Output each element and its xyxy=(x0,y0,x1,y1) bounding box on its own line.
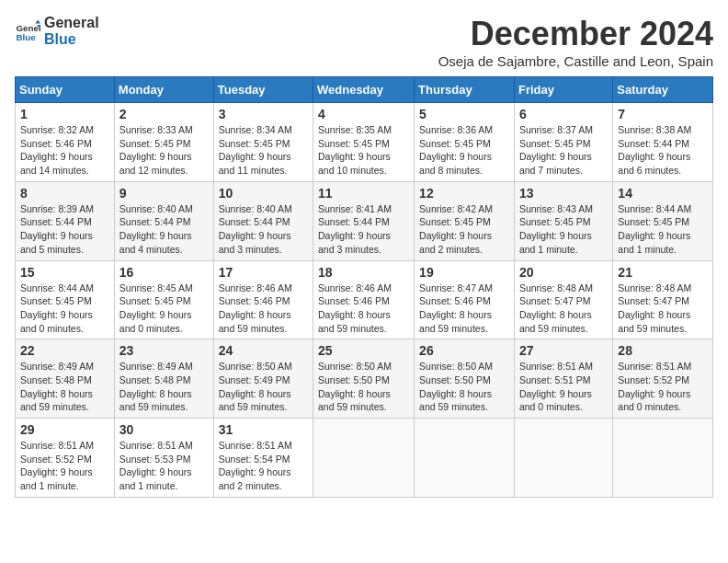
calendar-cell: 25Sunrise: 8:50 AMSunset: 5:50 PMDayligh… xyxy=(313,339,415,419)
day-info: Sunrise: 8:50 AMSunset: 5:50 PMDaylight:… xyxy=(318,360,409,414)
day-info: Sunrise: 8:50 AMSunset: 5:49 PMDaylight:… xyxy=(219,360,308,414)
day-info: Sunrise: 8:40 AMSunset: 5:44 PMDaylight:… xyxy=(219,202,308,257)
logo-icon: General Blue xyxy=(15,18,40,44)
day-info: Sunrise: 8:46 AMSunset: 5:46 PMDaylight:… xyxy=(219,282,308,336)
calendar-cell: 22Sunrise: 8:49 AMSunset: 5:48 PMDayligh… xyxy=(16,339,115,419)
day-info: Sunrise: 8:48 AMSunset: 5:47 PMDaylight:… xyxy=(618,282,708,336)
day-info: Sunrise: 8:33 AMSunset: 5:45 PMDaylight:… xyxy=(119,123,209,178)
calendar-cell: 9Sunrise: 8:40 AMSunset: 5:44 PMDaylight… xyxy=(114,181,213,260)
day-info: Sunrise: 8:51 AMSunset: 5:53 PMDaylight:… xyxy=(119,439,209,493)
day-info: Sunrise: 8:48 AMSunset: 5:47 PMDaylight:… xyxy=(519,282,608,336)
day-number: 8 xyxy=(20,186,109,201)
weekday-header-friday: Friday xyxy=(514,77,612,103)
calendar-cell: 29Sunrise: 8:51 AMSunset: 5:52 PMDayligh… xyxy=(16,419,115,498)
calendar-cell xyxy=(415,419,515,498)
day-number: 20 xyxy=(519,265,608,280)
calendar-cell: 4Sunrise: 8:35 AMSunset: 5:45 PMDaylight… xyxy=(313,103,415,182)
day-number: 4 xyxy=(318,107,409,121)
day-info: Sunrise: 8:40 AMSunset: 5:44 PMDaylight:… xyxy=(119,202,209,257)
weekday-header-monday: Monday xyxy=(114,77,213,103)
day-number: 17 xyxy=(219,265,308,280)
calendar-cell: 18Sunrise: 8:46 AMSunset: 5:46 PMDayligh… xyxy=(313,260,415,339)
day-number: 12 xyxy=(419,186,509,201)
weekday-header-saturday: Saturday xyxy=(613,77,713,103)
day-number: 6 xyxy=(519,107,608,121)
calendar-table: SundayMondayTuesdayWednesdayThursdayFrid… xyxy=(15,76,713,498)
logo: General Blue General Blue xyxy=(15,15,99,47)
day-number: 27 xyxy=(519,343,608,358)
day-info: Sunrise: 8:45 AMSunset: 5:45 PMDaylight:… xyxy=(119,282,209,336)
day-info: Sunrise: 8:44 AMSunset: 5:45 PMDaylight:… xyxy=(618,202,708,257)
calendar-cell: 16Sunrise: 8:45 AMSunset: 5:45 PMDayligh… xyxy=(114,260,213,339)
day-info: Sunrise: 8:44 AMSunset: 5:45 PMDaylight:… xyxy=(20,282,109,336)
calendar-cell: 7Sunrise: 8:38 AMSunset: 5:44 PMDaylight… xyxy=(613,103,713,182)
week-row-3: 15Sunrise: 8:44 AMSunset: 5:45 PMDayligh… xyxy=(16,260,713,339)
day-info: Sunrise: 8:51 AMSunset: 5:52 PMDaylight:… xyxy=(20,439,109,493)
day-info: Sunrise: 8:43 AMSunset: 5:45 PMDaylight:… xyxy=(519,202,608,257)
day-info: Sunrise: 8:51 AMSunset: 5:51 PMDaylight:… xyxy=(519,360,608,414)
week-row-1: 1Sunrise: 8:32 AMSunset: 5:46 PMDaylight… xyxy=(16,103,713,182)
day-info: Sunrise: 8:37 AMSunset: 5:45 PMDaylight:… xyxy=(519,123,608,178)
day-info: Sunrise: 8:32 AMSunset: 5:46 PMDaylight:… xyxy=(20,123,109,178)
day-info: Sunrise: 8:49 AMSunset: 5:48 PMDaylight:… xyxy=(119,360,209,414)
weekday-header-thursday: Thursday xyxy=(415,77,515,103)
day-number: 3 xyxy=(219,107,308,121)
week-row-4: 22Sunrise: 8:49 AMSunset: 5:48 PMDayligh… xyxy=(16,339,713,419)
day-number: 29 xyxy=(20,422,109,437)
day-info: Sunrise: 8:51 AMSunset: 5:52 PMDaylight:… xyxy=(618,360,708,414)
calendar-cell: 30Sunrise: 8:51 AMSunset: 5:53 PMDayligh… xyxy=(114,419,213,498)
calendar-cell: 20Sunrise: 8:48 AMSunset: 5:47 PMDayligh… xyxy=(514,260,612,339)
day-info: Sunrise: 8:50 AMSunset: 5:50 PMDaylight:… xyxy=(419,360,509,414)
week-row-5: 29Sunrise: 8:51 AMSunset: 5:52 PMDayligh… xyxy=(16,419,713,498)
calendar-cell xyxy=(514,419,612,498)
day-number: 15 xyxy=(20,265,109,280)
day-number: 28 xyxy=(618,343,708,358)
week-row-2: 8Sunrise: 8:39 AMSunset: 5:44 PMDaylight… xyxy=(16,181,713,260)
logo-general: General xyxy=(44,15,99,31)
calendar-cell: 6Sunrise: 8:37 AMSunset: 5:45 PMDaylight… xyxy=(514,103,612,182)
day-info: Sunrise: 8:35 AMSunset: 5:45 PMDaylight:… xyxy=(318,123,409,178)
day-number: 13 xyxy=(519,186,608,201)
day-number: 16 xyxy=(119,265,209,280)
day-number: 10 xyxy=(219,186,308,201)
calendar-cell: 15Sunrise: 8:44 AMSunset: 5:45 PMDayligh… xyxy=(16,260,115,339)
calendar-cell: 2Sunrise: 8:33 AMSunset: 5:45 PMDaylight… xyxy=(114,103,213,182)
calendar-cell: 31Sunrise: 8:51 AMSunset: 5:54 PMDayligh… xyxy=(213,419,313,498)
svg-text:Blue: Blue xyxy=(16,31,36,41)
day-number: 21 xyxy=(618,265,708,280)
calendar-cell: 23Sunrise: 8:49 AMSunset: 5:48 PMDayligh… xyxy=(114,339,213,419)
weekday-header-row: SundayMondayTuesdayWednesdayThursdayFrid… xyxy=(16,77,713,103)
day-number: 9 xyxy=(119,186,209,201)
calendar-cell: 21Sunrise: 8:48 AMSunset: 5:47 PMDayligh… xyxy=(613,260,713,339)
calendar-cell: 26Sunrise: 8:50 AMSunset: 5:50 PMDayligh… xyxy=(415,339,515,419)
day-number: 1 xyxy=(20,107,109,121)
day-info: Sunrise: 8:38 AMSunset: 5:44 PMDaylight:… xyxy=(618,123,708,178)
calendar-cell xyxy=(313,419,415,498)
day-info: Sunrise: 8:42 AMSunset: 5:45 PMDaylight:… xyxy=(419,202,509,257)
day-number: 11 xyxy=(318,186,409,201)
calendar-cell: 8Sunrise: 8:39 AMSunset: 5:44 PMDaylight… xyxy=(16,181,115,260)
location-subtitle: Oseja de Sajambre, Castille and Leon, Sp… xyxy=(438,53,713,69)
calendar-cell: 17Sunrise: 8:46 AMSunset: 5:46 PMDayligh… xyxy=(213,260,313,339)
day-info: Sunrise: 8:49 AMSunset: 5:48 PMDaylight:… xyxy=(20,360,109,414)
calendar-cell: 13Sunrise: 8:43 AMSunset: 5:45 PMDayligh… xyxy=(514,181,612,260)
weekday-header-tuesday: Tuesday xyxy=(213,77,313,103)
day-number: 19 xyxy=(419,265,509,280)
month-title: December 2024 xyxy=(438,15,713,53)
day-number: 7 xyxy=(618,107,708,121)
calendar-cell: 11Sunrise: 8:41 AMSunset: 5:44 PMDayligh… xyxy=(313,181,415,260)
calendar-cell: 27Sunrise: 8:51 AMSunset: 5:51 PMDayligh… xyxy=(514,339,612,419)
day-info: Sunrise: 8:41 AMSunset: 5:44 PMDaylight:… xyxy=(318,202,409,257)
day-number: 22 xyxy=(20,343,109,358)
calendar-cell: 28Sunrise: 8:51 AMSunset: 5:52 PMDayligh… xyxy=(613,339,713,419)
day-number: 14 xyxy=(618,186,708,201)
calendar-cell: 24Sunrise: 8:50 AMSunset: 5:49 PMDayligh… xyxy=(213,339,313,419)
calendar-cell: 5Sunrise: 8:36 AMSunset: 5:45 PMDaylight… xyxy=(415,103,515,182)
svg-marker-2 xyxy=(35,19,40,23)
calendar-cell: 10Sunrise: 8:40 AMSunset: 5:44 PMDayligh… xyxy=(213,181,313,260)
day-info: Sunrise: 8:46 AMSunset: 5:46 PMDaylight:… xyxy=(318,282,409,336)
calendar-cell xyxy=(613,419,713,498)
calendar-cell: 14Sunrise: 8:44 AMSunset: 5:45 PMDayligh… xyxy=(613,181,713,260)
day-number: 31 xyxy=(219,422,308,437)
title-area: December 2024 Oseja de Sajambre, Castill… xyxy=(438,15,713,69)
